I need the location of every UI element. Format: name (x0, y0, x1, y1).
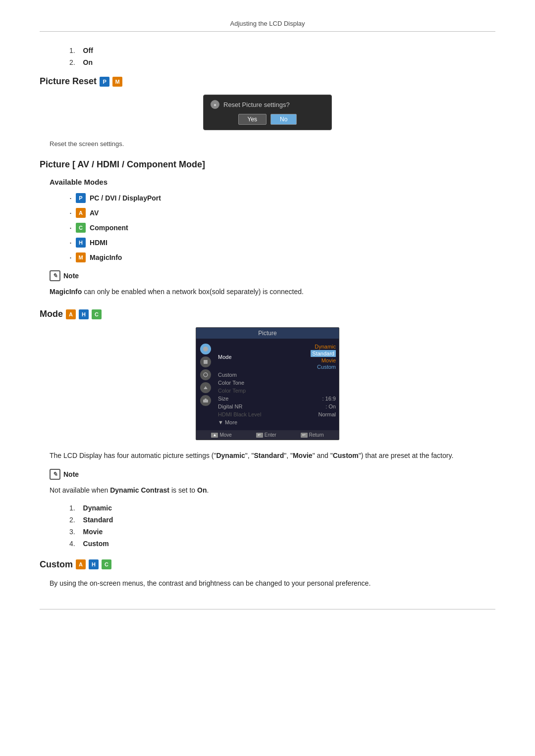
mode-num-2: 2. (69, 516, 75, 524)
option-standard: Standard (311, 350, 336, 357)
menu-label-colortemp: Color Temp (218, 388, 246, 394)
menu-row-colortemp: Color Temp (218, 387, 336, 395)
footer-move-icon: ▲ (211, 433, 218, 438)
mode-icon-2 (200, 356, 211, 367)
custom-bold: Custom (333, 452, 359, 459)
mode-item-movie: 3. Movie (69, 528, 495, 536)
note-text-1-content: can only be enabled when a network box(s… (84, 288, 304, 296)
mode-ui-header: Picture (196, 328, 339, 339)
movie-bold: Movie (293, 452, 313, 459)
picture-reset-heading: Picture Reset P M (40, 76, 495, 87)
mode-hdmi-label: HDMI (90, 239, 107, 247)
page-container: Adjusting the LCD Display 1. Off 2. On P… (0, 0, 535, 639)
note-text-1: MagicInfo can only be enabled when a net… (50, 286, 495, 297)
dialog-buttons: Yes No (211, 114, 324, 125)
badge-av: A (76, 208, 86, 218)
bullet-4: · (69, 238, 72, 247)
badge-component: C (76, 223, 86, 233)
mode-component: · C Component (69, 223, 495, 233)
mode-numbered-list: 1. Dynamic 2. Standard 3. Movie 4. Custo… (69, 504, 495, 548)
menu-label-custom: Custom (218, 372, 237, 378)
reset-text: Reset the screen settings. (50, 140, 495, 148)
dialog-icon-char: ● (214, 102, 216, 107)
mode-ui-body: Mode Dynamic Standard Movie Custom Custo… (196, 339, 339, 430)
reset-dialog-container: ● Reset Picture settings? Yes No (40, 95, 495, 130)
menu-value-hdmiblack: Normal (319, 411, 336, 417)
mode-dynamic-label: Dynamic (83, 504, 112, 512)
mode-pc: · P PC / DVI / DisplayPort (69, 193, 495, 203)
bullet-2: · (69, 208, 72, 217)
mode-standard-label: Standard (83, 516, 113, 524)
footer-move-label: Move (219, 432, 231, 438)
svg-rect-1 (204, 360, 208, 364)
mode-icon-3 (200, 369, 211, 380)
picture-av-heading: Picture [ AV / HDMI / Component Mode] (40, 159, 495, 170)
note-text-2: Not available when Dynamic Contrast is s… (50, 485, 495, 496)
footer-return-icon: ↩ (301, 433, 308, 438)
menu-row-digitalnr: Digital NR : On (218, 403, 336, 410)
mode-num-4: 4. (69, 540, 75, 548)
custom-heading: Custom A H C (40, 559, 495, 570)
badge-m: M (112, 77, 122, 87)
mode-custom-label: Custom (83, 540, 109, 548)
svg-rect-4 (205, 399, 207, 400)
mode-item-dynamic: 1. Dynamic (69, 504, 495, 512)
menu-row-mode: Mode Dynamic Standard Movie Custom (218, 343, 336, 371)
footer-return: ↩ Return (301, 432, 324, 438)
note-icon-2: ✎ (50, 469, 60, 480)
menu-row-custom: Custom (218, 371, 336, 379)
mode-pc-label: PC / DVI / DisplayPort (90, 194, 161, 202)
menu-label-colortone: Color Tone (218, 380, 244, 386)
mode-magicinfo-label: MagicInfo (90, 253, 122, 261)
menu-value-digitalnr: : On (325, 403, 336, 409)
item-off-label: Off (83, 47, 93, 54)
mode-magicinfo: · M MagicInfo (69, 252, 495, 262)
menu-label-size: Size (218, 396, 228, 402)
mode-ui-icons (196, 342, 215, 427)
mode-title: Mode (40, 309, 63, 319)
menu-row-more: ▼ More (218, 418, 336, 426)
footer-move: ▲ Move (211, 432, 231, 438)
item-on-label: On (83, 58, 93, 66)
mode-item-standard: 2. Standard (69, 516, 495, 524)
menu-value-size: : 16:9 (322, 396, 336, 402)
reset-dialog-box: ● Reset Picture settings? Yes No (203, 95, 332, 130)
note-box-2: ✎ Note (50, 469, 495, 480)
badge-custom-c: C (102, 559, 111, 569)
mode-ui-footer: ▲ Move ↵ Enter ↩ Return (196, 430, 339, 440)
custom-body-text: By using the on-screen menus, the contra… (50, 578, 495, 590)
footer-enter-icon: ↵ (256, 433, 263, 438)
mode-num-3: 3. (69, 528, 75, 536)
mode-heading: Mode A H C (40, 309, 495, 319)
bullet-1: · (69, 194, 72, 202)
dialog-title-text: Reset Picture settings? (223, 101, 290, 108)
menu-label-mode: Mode (218, 354, 232, 360)
available-modes-heading: Available Modes (50, 178, 495, 186)
mode-ui-menu: Mode Dynamic Standard Movie Custom Custo… (215, 342, 339, 427)
mode-body-text: The LCD Display has four automatic pictu… (50, 450, 495, 462)
mode-item-custom: 4. Custom (69, 540, 495, 548)
svg-point-2 (204, 373, 208, 377)
top-rule (40, 31, 495, 32)
mode-options: Dynamic Standard Movie Custom (311, 344, 336, 370)
mode-icon-5 (200, 395, 211, 406)
item-num-1: 1. (69, 47, 75, 54)
mode-av: · A AV (69, 208, 495, 218)
picture-av-title: Picture [ AV / HDMI / Component Mode] (40, 159, 205, 170)
mode-icon-1 (200, 344, 211, 354)
dialog-no-button[interactable]: No (270, 114, 297, 125)
dialog-yes-button[interactable]: Yes (238, 114, 267, 125)
badge-pc: P (76, 193, 86, 203)
picture-reset-title: Picture Reset (40, 76, 97, 87)
menu-row-colortone: Color Tone (218, 379, 336, 387)
menu-label-more: ▼ More (218, 419, 237, 425)
magicinfo-bold: MagicInfo (50, 288, 82, 296)
note-label-2: Note (63, 469, 79, 480)
dialog-title-row: ● Reset Picture settings? (211, 100, 324, 109)
footer-enter: ↵ Enter (256, 432, 276, 438)
header-title: Adjusting the LCD Display (40, 20, 495, 27)
menu-label-hdmiblack: HDMI Black Level (218, 411, 261, 417)
mode-av-label: AV (90, 209, 99, 217)
badge-custom-a: A (76, 559, 86, 569)
note-label-1: Note (63, 270, 79, 281)
